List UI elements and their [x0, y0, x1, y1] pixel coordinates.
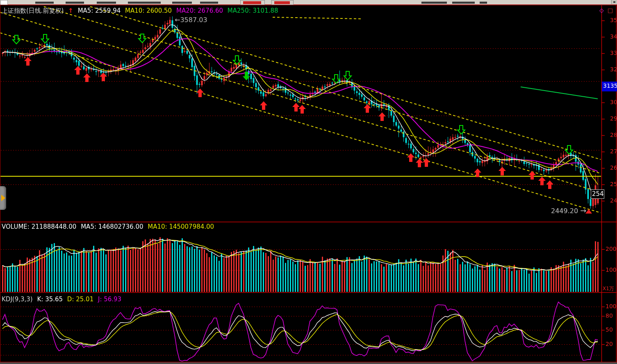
low-price-text: 2449.20: [551, 207, 578, 215]
ma20-value: MA20: 2676.60: [176, 7, 223, 14]
low-marker-triangle-icon: [585, 209, 592, 214]
box-icon[interactable]: □: [608, 7, 613, 14]
right-arrow-icon: →: [580, 206, 585, 215]
y-axis-label: 2800: [610, 132, 617, 138]
axis-highlight-value-box: 3135: [602, 82, 617, 91]
menu-logo-stub: [0, 0, 8, 5]
volume-ma10-value: MA10: 145007984.00: [148, 223, 214, 230]
menu-bar: [0, 0, 617, 5]
menu-item-stub[interactable]: [200, 2, 218, 4]
window-bottom-strip: [0, 362, 617, 364]
volume-unit-label: X1万: [603, 285, 614, 292]
y-axis-label: 2600: [610, 164, 617, 171]
volume-value: VOLUME: 211888448.00: [2, 223, 76, 230]
y-axis-label: 3500: [610, 17, 617, 23]
y-axis-label: 3000: [610, 99, 617, 105]
y-axis-label: 20000: [606, 246, 617, 252]
drawer-expander-tab[interactable]: [0, 186, 6, 210]
expander-arrow-icon: [1, 195, 5, 201]
y-axis-label: 3400: [610, 33, 617, 40]
diamond-icon[interactable]: ◇: [599, 7, 604, 14]
menu-icon-stub[interactable]: [480, 2, 487, 4]
menu-corner-button[interactable]: [611, 0, 617, 4]
menu-button-stub[interactable]: [240, 0, 265, 5]
instrument-title: 上证指数(日线.前复权): [2, 7, 64, 14]
menu-button-red-text-stub: [274, 1, 290, 4]
kdj-j-value: J: 56.93: [98, 296, 121, 303]
left-arrow-icon: ←: [175, 16, 180, 24]
trading-app-window: { "main_panel": { "title": "上证指数(日线.前复权)…: [0, 0, 617, 364]
price-chart-canvas[interactable]: [0, 0, 617, 364]
ma250-value: MA250: 3101.88: [228, 7, 278, 14]
menu-item-stub[interactable]: [128, 2, 161, 4]
kdj-title-row: KDJ(9,3,3) K: 35.65 D: 25.01 J: 56.93: [2, 296, 124, 303]
peak-price-annotation: ←3587.03: [175, 16, 207, 24]
menu-button-red-text-stub: [243, 1, 261, 4]
menu-item-stub[interactable]: [66, 2, 84, 4]
y-axis-label: 2900: [610, 115, 617, 122]
y-axis-label: 20: [606, 341, 613, 347]
ma5-value: MA5: 2559.94: [78, 7, 121, 14]
y-axis-label: 50: [606, 326, 613, 333]
low-price-annotation: 2449.20 →: [551, 206, 585, 215]
kdj-k-value: K: 35.65: [37, 296, 63, 303]
kdj-title: KDJ(9,3,3): [2, 296, 33, 303]
up-arrow-icon: ↑: [68, 7, 73, 14]
y-axis-label: 2400: [610, 197, 617, 204]
volume-ma5-value: MA5: 146802736.00: [81, 223, 143, 230]
y-axis-label: 3200: [610, 66, 617, 73]
y-axis-label: 2700: [610, 148, 617, 155]
y-axis-label: 80: [606, 312, 613, 319]
volume-title-row: VOLUME: 211888448.00 MA5: 146802736.00 M…: [2, 223, 216, 230]
menu-item-stub[interactable]: [452, 2, 475, 4]
menu-item-stub[interactable]: [172, 2, 192, 4]
last-price-box: 2549: [591, 189, 604, 199]
menu-item-stub[interactable]: [97, 2, 116, 4]
menu-item-stub[interactable]: [421, 2, 447, 4]
ma10-value: MA10: 2600.50: [125, 7, 172, 14]
y-axis-label: 3300: [610, 50, 617, 56]
y-axis-label: 2500: [610, 181, 617, 187]
y-axis-label: 100: [606, 303, 617, 309]
kdj-d-value: D: 25.01: [67, 296, 93, 303]
menu-button-stub[interactable]: [271, 0, 294, 5]
peak-price-text: 3587.03: [180, 16, 207, 24]
menu-item-stub[interactable]: [35, 2, 54, 4]
main-chart-title-row: 上证指数(日线.前复权) ↑ MA5: 2559.94 MA10: 2600.5…: [2, 7, 281, 15]
y-axis-label: 10000: [606, 266, 617, 273]
